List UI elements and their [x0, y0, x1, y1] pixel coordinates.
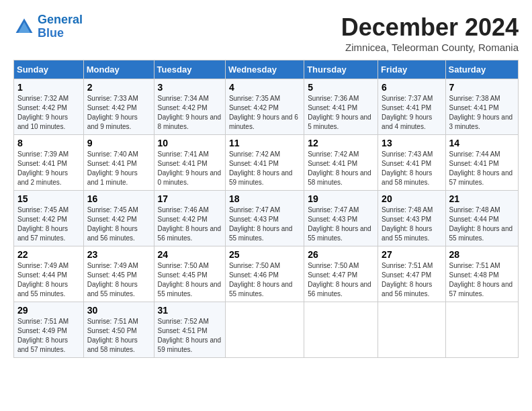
calendar-cell: 15Sunrise: 7:45 AMSunset: 4:42 PMDayligh…: [14, 191, 84, 246]
calendar-header: SundayMondayTuesdayWednesdayThursdayFrid…: [14, 60, 519, 79]
calendar-cell: 7Sunrise: 7:38 AMSunset: 4:41 PMDaylight…: [445, 79, 518, 135]
day-info: Sunrise: 7:33 AMSunset: 4:42 PMDaylight:…: [87, 94, 150, 132]
day-number: 29: [17, 305, 80, 316]
day-info: Sunrise: 7:47 AMSunset: 4:43 PMDaylight:…: [229, 205, 300, 243]
calendar-week-2: 8Sunrise: 7:39 AMSunset: 4:41 PMDaylight…: [14, 135, 519, 191]
day-info: Sunrise: 7:36 AMSunset: 4:41 PMDaylight:…: [308, 94, 374, 132]
day-number: 8: [17, 138, 80, 148]
day-info: Sunrise: 7:51 AMSunset: 4:49 PMDaylight:…: [17, 317, 80, 355]
calendar-cell: 9Sunrise: 7:40 AMSunset: 4:41 PMDaylight…: [83, 135, 154, 191]
calendar-cell: [445, 302, 518, 358]
day-info: Sunrise: 7:48 AMSunset: 4:43 PMDaylight:…: [382, 205, 441, 243]
day-number: 18: [229, 193, 300, 204]
calendar-cell: [225, 302, 304, 358]
day-number: 26: [308, 249, 374, 260]
calendar-cell: 2Sunrise: 7:33 AMSunset: 4:42 PMDaylight…: [83, 79, 154, 135]
calendar-week-1: 1Sunrise: 7:32 AMSunset: 4:42 PMDaylight…: [14, 79, 519, 135]
calendar-cell: 1Sunrise: 7:32 AMSunset: 4:42 PMDaylight…: [14, 79, 84, 135]
day-number: 24: [158, 249, 222, 260]
calendar-cell: 17Sunrise: 7:46 AMSunset: 4:42 PMDayligh…: [154, 191, 225, 246]
calendar-table: SundayMondayTuesdayWednesdayThursdayFrid…: [13, 60, 519, 358]
day-number: 31: [158, 305, 222, 316]
day-number: 1: [17, 82, 80, 93]
calendar-cell: 20Sunrise: 7:48 AMSunset: 4:43 PMDayligh…: [378, 191, 445, 246]
day-info: Sunrise: 7:49 AMSunset: 4:44 PMDaylight:…: [17, 261, 80, 299]
col-header-sunday: Sunday: [14, 60, 84, 79]
day-info: Sunrise: 7:51 AMSunset: 4:47 PMDaylight:…: [382, 261, 441, 299]
logo-line1: General: [38, 13, 83, 26]
logo-line2: Blue: [38, 26, 64, 40]
day-info: Sunrise: 7:45 AMSunset: 4:42 PMDaylight:…: [17, 205, 80, 243]
day-number: 27: [382, 249, 441, 260]
day-number: 7: [449, 82, 515, 93]
day-info: Sunrise: 7:40 AMSunset: 4:41 PMDaylight:…: [87, 150, 150, 187]
day-info: Sunrise: 7:42 AMSunset: 4:41 PMDaylight:…: [308, 150, 374, 187]
day-info: Sunrise: 7:43 AMSunset: 4:41 PMDaylight:…: [382, 150, 441, 187]
day-number: 23: [87, 249, 150, 260]
calendar-cell: 23Sunrise: 7:49 AMSunset: 4:45 PMDayligh…: [83, 246, 154, 302]
day-number: 11: [229, 138, 300, 148]
day-info: Sunrise: 7:42 AMSunset: 4:41 PMDaylight:…: [229, 150, 300, 187]
calendar-week-4: 22Sunrise: 7:49 AMSunset: 4:44 PMDayligh…: [14, 246, 519, 302]
calendar-cell: 29Sunrise: 7:51 AMSunset: 4:49 PMDayligh…: [14, 302, 84, 358]
calendar-cell: 30Sunrise: 7:51 AMSunset: 4:50 PMDayligh…: [83, 302, 154, 358]
calendar-cell: 12Sunrise: 7:42 AMSunset: 4:41 PMDayligh…: [304, 135, 378, 191]
calendar-cell: 31Sunrise: 7:52 AMSunset: 4:51 PMDayligh…: [154, 302, 225, 358]
calendar-cell: 25Sunrise: 7:50 AMSunset: 4:46 PMDayligh…: [225, 246, 304, 302]
col-header-saturday: Saturday: [445, 60, 518, 79]
day-number: 28: [449, 249, 515, 260]
title-block: December 2024 Zimnicea, Teleorman County…: [341, 13, 519, 53]
main-title: December 2024: [341, 13, 519, 42]
day-number: 14: [449, 138, 515, 148]
calendar-cell: 24Sunrise: 7:50 AMSunset: 4:45 PMDayligh…: [154, 246, 225, 302]
calendar-cell: 6Sunrise: 7:37 AMSunset: 4:41 PMDaylight…: [378, 79, 445, 135]
day-info: Sunrise: 7:51 AMSunset: 4:48 PMDaylight:…: [449, 261, 515, 299]
calendar-cell: 27Sunrise: 7:51 AMSunset: 4:47 PMDayligh…: [378, 246, 445, 302]
day-info: Sunrise: 7:44 AMSunset: 4:41 PMDaylight:…: [449, 150, 515, 187]
calendar-cell: 14Sunrise: 7:44 AMSunset: 4:41 PMDayligh…: [445, 135, 518, 191]
day-number: 12: [308, 138, 374, 148]
day-info: Sunrise: 7:52 AMSunset: 4:51 PMDaylight:…: [158, 317, 222, 355]
logo: General Blue: [13, 13, 83, 40]
day-info: Sunrise: 7:39 AMSunset: 4:41 PMDaylight:…: [17, 150, 80, 187]
day-info: Sunrise: 7:48 AMSunset: 4:44 PMDaylight:…: [449, 205, 515, 243]
calendar-cell: 18Sunrise: 7:47 AMSunset: 4:43 PMDayligh…: [225, 191, 304, 246]
day-info: Sunrise: 7:50 AMSunset: 4:45 PMDaylight:…: [158, 261, 222, 299]
day-info: Sunrise: 7:47 AMSunset: 4:43 PMDaylight:…: [308, 205, 374, 243]
day-number: 4: [229, 82, 300, 93]
calendar-cell: 5Sunrise: 7:36 AMSunset: 4:41 PMDaylight…: [304, 79, 378, 135]
calendar-cell: 16Sunrise: 7:45 AMSunset: 4:42 PMDayligh…: [83, 191, 154, 246]
day-info: Sunrise: 7:49 AMSunset: 4:45 PMDaylight:…: [87, 261, 150, 299]
logo-icon: [13, 16, 35, 38]
calendar-cell: 3Sunrise: 7:34 AMSunset: 4:42 PMDaylight…: [154, 79, 225, 135]
calendar-cell: 19Sunrise: 7:47 AMSunset: 4:43 PMDayligh…: [304, 191, 378, 246]
day-number: 19: [308, 193, 374, 204]
subtitle: Zimnicea, Teleorman County, Romania: [341, 42, 519, 53]
day-number: 9: [87, 138, 150, 148]
calendar-body: 1Sunrise: 7:32 AMSunset: 4:42 PMDaylight…: [14, 79, 519, 358]
day-info: Sunrise: 7:50 AMSunset: 4:47 PMDaylight:…: [308, 261, 374, 299]
day-number: 13: [382, 138, 441, 148]
day-info: Sunrise: 7:34 AMSunset: 4:42 PMDaylight:…: [158, 94, 222, 132]
calendar-week-5: 29Sunrise: 7:51 AMSunset: 4:49 PMDayligh…: [14, 302, 519, 358]
day-info: Sunrise: 7:37 AMSunset: 4:41 PMDaylight:…: [382, 94, 441, 132]
day-number: 20: [382, 193, 441, 204]
day-number: 10: [158, 138, 222, 148]
calendar-cell: 22Sunrise: 7:49 AMSunset: 4:44 PMDayligh…: [14, 246, 84, 302]
col-header-tuesday: Tuesday: [154, 60, 225, 79]
day-info: Sunrise: 7:38 AMSunset: 4:41 PMDaylight:…: [449, 94, 515, 132]
logo-text: General Blue: [38, 13, 83, 40]
day-number: 25: [229, 249, 300, 260]
calendar-cell: [304, 302, 378, 358]
day-number: 2: [87, 82, 150, 93]
calendar-cell: 4Sunrise: 7:35 AMSunset: 4:42 PMDaylight…: [225, 79, 304, 135]
calendar-cell: 11Sunrise: 7:42 AMSunset: 4:41 PMDayligh…: [225, 135, 304, 191]
day-info: Sunrise: 7:32 AMSunset: 4:42 PMDaylight:…: [17, 94, 80, 132]
day-info: Sunrise: 7:35 AMSunset: 4:42 PMDaylight:…: [229, 94, 300, 132]
day-number: 16: [87, 193, 150, 204]
day-number: 5: [308, 82, 374, 93]
day-number: 6: [382, 82, 441, 93]
day-number: 22: [17, 249, 80, 260]
calendar-cell: 10Sunrise: 7:41 AMSunset: 4:41 PMDayligh…: [154, 135, 225, 191]
day-number: 21: [449, 193, 515, 204]
